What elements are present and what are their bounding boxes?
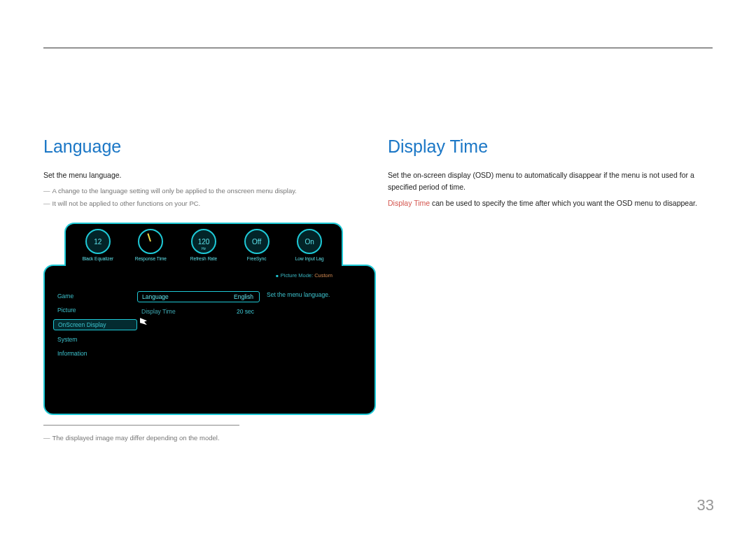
left-column: Language Set the menu language. ―A chang…	[43, 136, 372, 445]
dial-freesync[interactable]: Off FreeSync	[237, 229, 276, 261]
dial-freesync-value: Off	[252, 238, 261, 246]
top-rule	[43, 48, 713, 48]
osd-side-menu: Game Picture OnScreen Display System Inf…	[53, 291, 137, 358]
dial-low-input-lag-value: On	[305, 238, 314, 246]
picture-mode-value: Custom	[314, 272, 332, 279]
sub-item-display-time-value: 20 sec	[237, 308, 254, 315]
display-time-intro: Set the on-screen display (OSD) menu to …	[388, 169, 717, 193]
osd-top-bar: 12 Black Equalizer Response Time 120 Hz …	[64, 223, 343, 266]
language-note1: ―A change to the language setting will o…	[43, 185, 372, 196]
language-intro: Set the menu language.	[43, 169, 372, 181]
osd-body-frame: ■Picture Mode: Custom Game Picture OnScr…	[43, 265, 376, 415]
image-footnote-rule	[43, 425, 239, 426]
picture-mode-label: Picture Mode:	[281, 272, 313, 279]
side-item-picture[interactable]: Picture	[53, 305, 137, 315]
dial-refresh-rate-label: Refresh Rate	[190, 256, 217, 261]
side-item-system[interactable]: System	[53, 335, 137, 344]
heading-display-time: Display Time	[388, 136, 717, 157]
language-note2-text: It will not be applied to other function…	[52, 199, 201, 207]
sub-item-language[interactable]: Language English	[137, 291, 260, 302]
sub-item-display-time[interactable]: Display Time 20 sec	[137, 307, 260, 316]
side-item-game[interactable]: Game	[53, 291, 137, 301]
osd-sub-menu: Language English Display Time 20 sec	[137, 291, 260, 358]
dial-freesync-label: FreeSync	[247, 256, 267, 261]
dial-refresh-rate-value: 120	[198, 238, 210, 246]
dial-low-input-lag[interactable]: On Low Input Lag	[290, 229, 329, 261]
dial-low-input-lag-label: Low Input Lag	[295, 256, 324, 261]
dial-black-equalizer[interactable]: 12 Black Equalizer	[78, 229, 118, 261]
dial-response-time-label: Response Time	[135, 256, 167, 261]
dial-refresh-rate[interactable]: 120 Hz Refresh Rate	[184, 229, 223, 261]
dial-black-equalizer-label: Black Equalizer	[82, 256, 113, 261]
image-footnote: ―The displayed image may differ dependin…	[43, 433, 372, 443]
sub-item-display-time-label: Display Time	[141, 308, 176, 315]
side-item-information[interactable]: Information	[53, 349, 137, 358]
picture-mode-indicator: ■Picture Mode: Custom	[276, 272, 332, 279]
page-number: 33	[697, 496, 714, 514]
osd-inner: ■Picture Mode: Custom Game Picture OnScr…	[45, 266, 374, 414]
sub-item-language-value: English	[234, 293, 253, 300]
display-time-rest: can be used to specify the time after wh…	[430, 199, 697, 207]
sub-item-language-label: Language	[142, 293, 169, 300]
dial-black-equalizer-value: 12	[94, 238, 102, 246]
dial-response-time[interactable]: Response Time	[132, 229, 171, 261]
display-time-detail: Display Time can be used to specify the …	[388, 197, 717, 209]
osd-description-text: Set the menu language.	[267, 291, 330, 298]
dial-refresh-rate-unit: Hz	[202, 246, 206, 251]
osd-screenshot: ■Picture Mode: Custom Game Picture OnScr…	[43, 223, 376, 415]
display-time-highlight: Display Time	[388, 199, 430, 207]
language-note1-text: A change to the language setting will on…	[52, 187, 297, 195]
right-column: Display Time Set the on-screen display (…	[388, 136, 717, 213]
language-note2: ―It will not be applied to other functio…	[43, 198, 372, 209]
side-item-onscreen-display[interactable]: OnScreen Display	[53, 319, 137, 330]
heading-language: Language	[43, 136, 372, 157]
image-footnote-text: The displayed image may differ depending…	[52, 434, 220, 442]
gauge-needle-icon	[148, 233, 152, 241]
osd-description-pane: Set the menu language.	[260, 291, 365, 358]
osd-columns: Game Picture OnScreen Display System Inf…	[53, 291, 366, 358]
